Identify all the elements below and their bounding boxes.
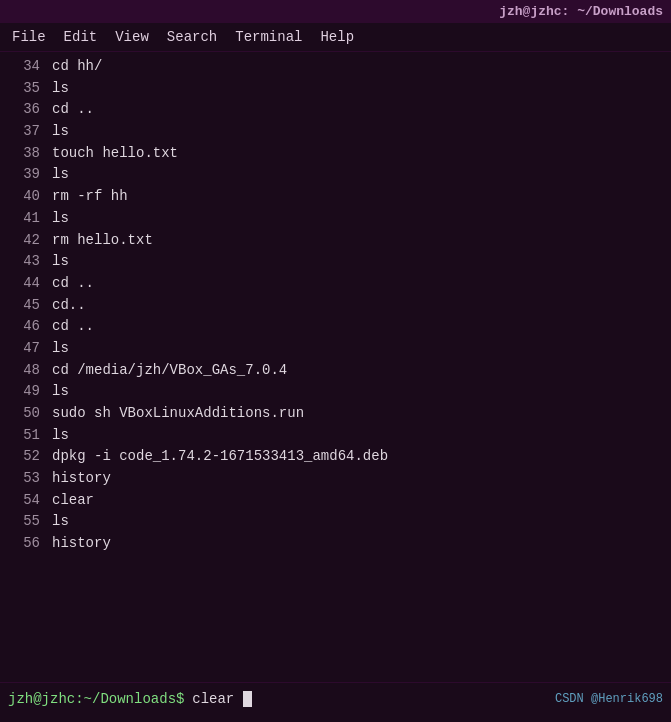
watermark-text: CSDN @Henrik698 <box>555 692 663 706</box>
menu-terminal[interactable]: Terminal <box>235 29 302 45</box>
terminal-line: 56history <box>8 533 663 555</box>
line-command: touch hello.txt <box>52 143 178 165</box>
line-command: ls <box>52 208 69 230</box>
terminal-line: 40rm -rf hh <box>8 186 663 208</box>
line-number: 55 <box>8 511 40 533</box>
menu-edit[interactable]: Edit <box>64 29 98 45</box>
line-command: ls <box>52 381 69 403</box>
line-number: 35 <box>8 78 40 100</box>
line-command: rm -rf hh <box>52 186 128 208</box>
line-command: history <box>52 533 111 555</box>
line-number: 51 <box>8 425 40 447</box>
line-command: ls <box>52 425 69 447</box>
line-number: 38 <box>8 143 40 165</box>
line-command: ls <box>52 78 69 100</box>
line-command: sudo sh VBoxLinuxAdditions.run <box>52 403 304 425</box>
status-bar: jzh@jzhc:~/Downloads$ clear CSDN @Henrik… <box>0 682 671 714</box>
terminal-line: 41ls <box>8 208 663 230</box>
line-number: 45 <box>8 295 40 317</box>
terminal-line: 37ls <box>8 121 663 143</box>
line-command: ls <box>52 511 69 533</box>
prompt-command: clear <box>192 691 234 707</box>
line-command: cd.. <box>52 295 86 317</box>
line-number: 53 <box>8 468 40 490</box>
line-command: cd /media/jzh/VBox_GAs_7.0.4 <box>52 360 287 382</box>
line-number: 46 <box>8 316 40 338</box>
prompt-label: jzh@jzhc:~/Downloads$ <box>8 691 184 707</box>
line-command: ls <box>52 251 69 273</box>
line-number: 34 <box>8 56 40 78</box>
terminal-line: 34cd hh/ <box>8 56 663 78</box>
terminal-line: 45cd.. <box>8 295 663 317</box>
line-number: 47 <box>8 338 40 360</box>
terminal-line: 44cd .. <box>8 273 663 295</box>
line-number: 50 <box>8 403 40 425</box>
terminal-line: 53history <box>8 468 663 490</box>
line-command: ls <box>52 164 69 186</box>
cursor-block <box>243 691 252 707</box>
title-text: jzh@jzhc: ~/Downloads <box>499 4 663 19</box>
line-command: cd .. <box>52 316 94 338</box>
menu-file[interactable]: File <box>12 29 46 45</box>
terminal-line: 50sudo sh VBoxLinuxAdditions.run <box>8 403 663 425</box>
line-command: clear <box>52 490 94 512</box>
terminal-line: 48cd /media/jzh/VBox_GAs_7.0.4 <box>8 360 663 382</box>
line-command: cd .. <box>52 273 94 295</box>
line-number: 56 <box>8 533 40 555</box>
title-bar: jzh@jzhc: ~/Downloads <box>0 0 671 23</box>
line-command: cd .. <box>52 99 94 121</box>
line-command: history <box>52 468 111 490</box>
menu-help[interactable]: Help <box>320 29 354 45</box>
line-number: 48 <box>8 360 40 382</box>
terminal-line: 46cd .. <box>8 316 663 338</box>
terminal-line: 42rm hello.txt <box>8 230 663 252</box>
line-number: 43 <box>8 251 40 273</box>
menu-view[interactable]: View <box>115 29 149 45</box>
line-command: rm hello.txt <box>52 230 153 252</box>
terminal-line: 52dpkg -i code_1.74.2-1671533413_amd64.d… <box>8 446 663 468</box>
line-number: 44 <box>8 273 40 295</box>
line-number: 40 <box>8 186 40 208</box>
terminal-body[interactable]: 34cd hh/35ls36cd ..37ls38touch hello.txt… <box>0 52 671 682</box>
menu-search[interactable]: Search <box>167 29 217 45</box>
terminal-line: 43ls <box>8 251 663 273</box>
menu-bar: File Edit View Search Terminal Help <box>0 23 671 52</box>
terminal-line: 39ls <box>8 164 663 186</box>
terminal-line: 54clear <box>8 490 663 512</box>
terminal-line: 35ls <box>8 78 663 100</box>
line-command: dpkg -i code_1.74.2-1671533413_amd64.deb <box>52 446 388 468</box>
line-number: 36 <box>8 99 40 121</box>
line-number: 37 <box>8 121 40 143</box>
terminal-line: 47ls <box>8 338 663 360</box>
line-number: 42 <box>8 230 40 252</box>
terminal-line: 36cd .. <box>8 99 663 121</box>
line-number: 39 <box>8 164 40 186</box>
terminal-line: 55ls <box>8 511 663 533</box>
line-number: 52 <box>8 446 40 468</box>
terminal-line: 38touch hello.txt <box>8 143 663 165</box>
terminal-line: 49ls <box>8 381 663 403</box>
line-number: 41 <box>8 208 40 230</box>
line-number: 49 <box>8 381 40 403</box>
line-command: ls <box>52 338 69 360</box>
terminal-line: 51ls <box>8 425 663 447</box>
line-command: cd hh/ <box>52 56 102 78</box>
line-number: 54 <box>8 490 40 512</box>
line-command: ls <box>52 121 69 143</box>
